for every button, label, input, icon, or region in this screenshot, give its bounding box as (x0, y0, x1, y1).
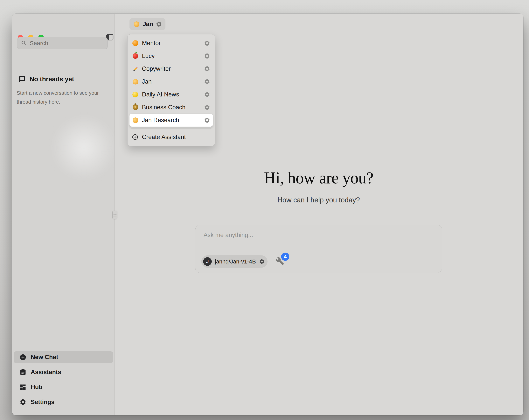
search-input[interactable] (30, 40, 104, 46)
menu-item-copywriter[interactable]: Copywriter (130, 62, 213, 75)
waving-hand-icon (133, 21, 140, 27)
create-assistant-label: Create Assistant (142, 134, 186, 141)
gear-icon (19, 399, 26, 406)
nav-label: Settings (31, 399, 54, 406)
empty-state-header: No threads yet (19, 75, 74, 83)
app-window: No threads yet Start a new conversation … (12, 14, 523, 415)
menu-item-label: Jan (142, 78, 204, 85)
background-logo-blur (51, 115, 117, 181)
sidebar-item-settings[interactable]: Settings (13, 396, 113, 408)
plus-circle-icon (19, 354, 26, 361)
sidebar-item-new-chat[interactable]: New Chat (13, 351, 113, 363)
menu-item-lucy[interactable]: Lucy (130, 50, 213, 62)
tools-button[interactable]: 4 (276, 257, 285, 266)
sidebar-item-hub[interactable]: Hub (13, 381, 113, 393)
yellow-circle-icon (132, 91, 139, 98)
greeting-subtitle: How can I help you today? (195, 196, 442, 204)
menu-item-business-coach[interactable]: Business Coach (130, 101, 213, 114)
menu-item-label: Lucy (142, 53, 204, 59)
menu-item-label: Mentor (142, 40, 204, 47)
assistant-settings-icon[interactable] (204, 79, 210, 85)
model-name: janhq/Jan-v1-4B (215, 258, 256, 265)
search-field[interactable] (17, 37, 108, 49)
tools-count-badge: 4 (281, 253, 289, 261)
grid-icon (19, 384, 26, 391)
empty-state-subtitle: Start a new conversation to see your thr… (17, 88, 104, 106)
menu-item-daily-ai-news[interactable]: Daily AI News (130, 88, 213, 101)
nav-label: Hub (31, 384, 42, 391)
menu-item-label: Daily AI News (142, 91, 204, 98)
menu-item-mentor[interactable]: Mentor (130, 37, 213, 50)
assistant-settings-icon[interactable] (204, 91, 210, 98)
sidebar-item-assistants[interactable]: Assistants (13, 366, 113, 378)
search-icon (21, 40, 27, 46)
sidebar-bottom-nav: New Chat Assistants Hub Settings (13, 351, 113, 408)
menu-item-label: Business Coach (142, 104, 204, 111)
menu-item-jan[interactable]: Jan (130, 75, 213, 88)
empty-state-title: No threads yet (29, 75, 74, 83)
menu-item-label: Copywriter (142, 65, 204, 72)
assistant-selector[interactable]: Jan (130, 18, 165, 30)
chat-input-container[interactable]: J janhq/Jan-v1-4B 4 (195, 225, 442, 273)
assistant-settings-icon[interactable] (204, 66, 210, 72)
nav-label: Assistants (31, 369, 61, 376)
model-gear-icon[interactable] (259, 259, 265, 264)
sidebar-resize-handle[interactable] (112, 211, 118, 219)
sidebar: No threads yet Start a new conversation … (12, 14, 115, 415)
assistant-settings-icon[interactable] (204, 117, 210, 123)
assistant-name: Jan (143, 21, 153, 27)
assistant-settings-icon[interactable] (204, 53, 210, 59)
red-apple-icon (132, 53, 139, 59)
plus-circle-outline-icon (132, 134, 138, 140)
waving-hand-icon (132, 117, 139, 124)
nav-label: New Chat (31, 354, 58, 361)
main-area: Jan Mentor Lucy Copywriter Jan (115, 14, 523, 415)
clipboard-icon (19, 369, 26, 376)
pencil-icon (132, 65, 139, 72)
assistant-menu: Mentor Lucy Copywriter Jan Daily AI News (127, 34, 215, 146)
menu-item-jan-research[interactable]: Jan Research (130, 114, 213, 127)
model-selector[interactable]: J janhq/Jan-v1-4B (201, 255, 267, 268)
chat-input-toolbar: J janhq/Jan-v1-4B 4 (201, 255, 285, 268)
assistant-settings-icon[interactable] (204, 104, 210, 110)
create-assistant-button[interactable]: Create Assistant (130, 131, 213, 144)
model-avatar: J (203, 257, 212, 266)
assistant-settings-icon[interactable] (204, 40, 210, 46)
chat-input[interactable] (204, 231, 433, 239)
menu-item-label: Jan Research (142, 117, 204, 124)
money-bag-icon (132, 104, 139, 111)
chat-bubble-icon (19, 76, 26, 83)
waving-hand-icon (132, 78, 139, 85)
assistant-gear-icon[interactable] (156, 21, 162, 27)
drag-dots-icon (114, 214, 115, 215)
orange-fruit-icon (132, 40, 139, 47)
greeting-title: Hi, how are you? (195, 168, 442, 187)
